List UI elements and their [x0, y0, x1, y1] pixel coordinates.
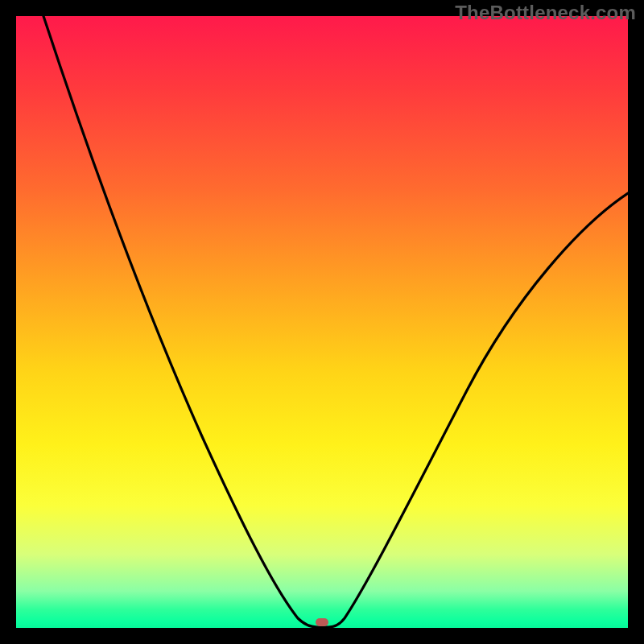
watermark-text: TheBottleneck.com: [455, 2, 636, 24]
bottleneck-curve: [16, 16, 628, 628]
chart-frame: TheBottleneck.com: [0, 0, 644, 644]
bottleneck-marker: [316, 618, 328, 626]
curve-path: [43, 16, 628, 627]
plot-area: [16, 16, 628, 628]
